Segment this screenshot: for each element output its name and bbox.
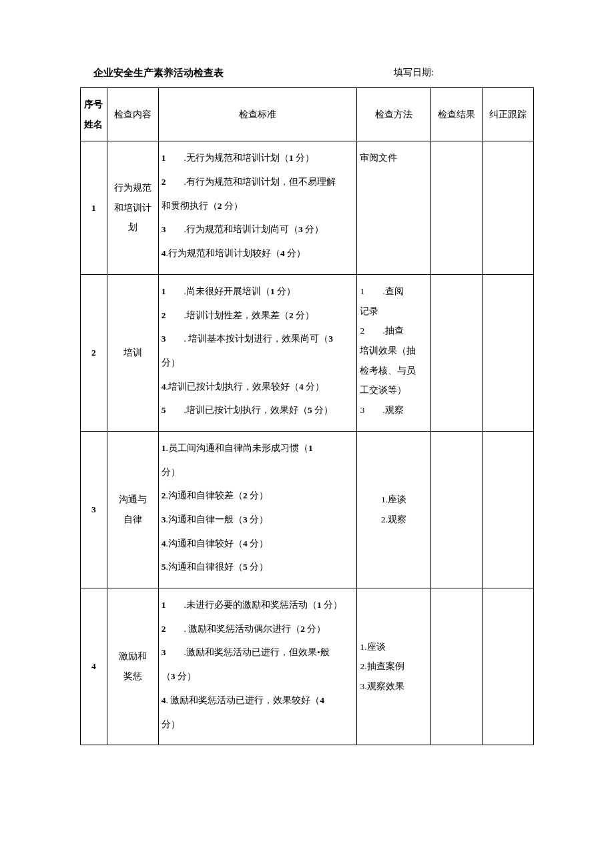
col-result-header: 检查结果 — [430, 88, 482, 141]
row-content: 培训 — [107, 274, 158, 431]
row-standard: 1.员工间沟通和自律尚未形成习惯（1分）2.沟通和自律较差（2 分）3.沟通和自… — [158, 431, 357, 588]
row-standard: 1 .尚未很好开展培训（1 分）2 .培训计划性差，效果差（2 分）3 . 培训… — [158, 274, 357, 431]
row-track — [482, 431, 533, 588]
table-row: 3沟通与自律1.员工间沟通和自律尚未形成习惯（1分）2.沟通和自律较差（2 分）… — [81, 431, 534, 588]
table-row: 2培训1 .尚未很好开展培训（1 分）2 .培训计划性差，效果差（2 分）3 .… — [81, 274, 534, 431]
row-seq: 3 — [81, 431, 107, 588]
col-track-header: 纠正跟踪 — [482, 88, 533, 141]
row-method: 1.座谈2.抽查案例3.观察效果 — [357, 588, 430, 745]
row-seq: 4 — [81, 588, 107, 745]
col-seq-header: 序号姓名 — [81, 88, 107, 141]
row-content: 沟通与自律 — [107, 431, 158, 588]
row-content: 激励和奖惩 — [107, 588, 158, 745]
row-result — [430, 274, 482, 431]
row-method: 1.座谈2.观察 — [357, 431, 430, 588]
header-row: 企业安全生产素养活动检查表 填写日期: — [80, 67, 534, 79]
row-result — [430, 588, 482, 745]
table-header-row: 序号姓名 检查内容 检查标准 检查方法 检查结果 纠正跟踪 — [81, 88, 534, 141]
table-row: 1行为规范和培训计划1 .无行为规范和培训计划（1 分）2 .有行为规范和培训计… — [81, 141, 534, 274]
row-method: 1 .查阅记录2 .抽查培训效果（抽检考核、与员工交谈等）3 .观察 — [357, 274, 430, 431]
col-content-header: 检查内容 — [107, 88, 158, 141]
row-seq: 2 — [81, 274, 107, 431]
date-label: 填写日期: — [394, 67, 527, 79]
row-track — [482, 141, 533, 274]
row-standard: 1 .无行为规范和培训计划（1 分）2 .有行为规范和培训计划，但不易理解和贯彻… — [158, 141, 357, 274]
col-method-header: 检查方法 — [357, 88, 430, 141]
inspection-table: 序号姓名 检查内容 检查标准 检查方法 检查结果 纠正跟踪 1行为规范和培训计划… — [80, 87, 534, 745]
row-standard: 1 .未进行必要的激励和奖惩活动（1 分）2 . 激励和奖惩活动偶尔进行（2 分… — [158, 588, 357, 745]
row-result — [430, 141, 482, 274]
row-track — [482, 588, 533, 745]
row-content: 行为规范和培训计划 — [107, 141, 158, 274]
row-result — [430, 431, 482, 588]
row-track — [482, 274, 533, 431]
row-method: 审阅文件 — [357, 141, 430, 274]
row-seq: 1 — [81, 141, 107, 274]
col-standard-header: 检查标准 — [158, 88, 357, 141]
page-title: 企业安全生产素养活动检查表 — [87, 67, 224, 79]
table-row: 4激励和奖惩1 .未进行必要的激励和奖惩活动（1 分）2 . 激励和奖惩活动偶尔… — [81, 588, 534, 745]
